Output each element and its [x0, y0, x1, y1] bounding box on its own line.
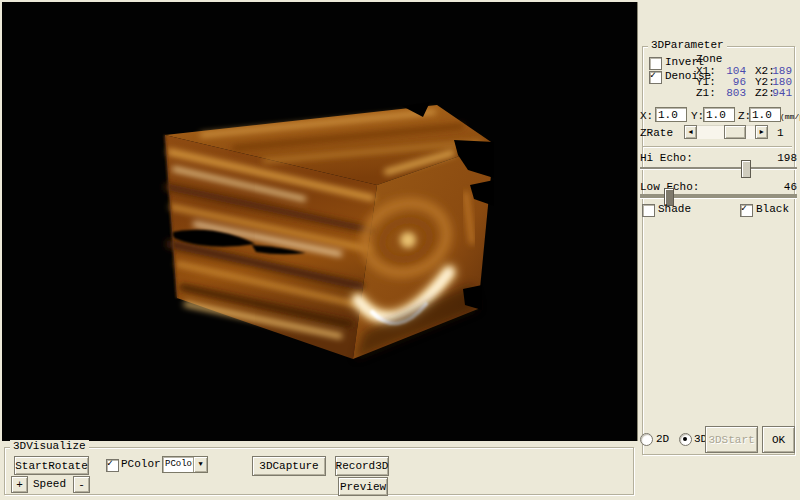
- app-window: 3DParameter Invert ✓ Denoise Zone X1: 10…: [0, 0, 800, 500]
- denoise-checkbox[interactable]: ✓: [649, 71, 662, 84]
- ok-button[interactable]: OK: [762, 426, 795, 453]
- zrate-scroll-left-icon[interactable]: ◄: [684, 125, 697, 139]
- zrate-label: ZRate: [640, 127, 673, 139]
- scale-z-input[interactable]: [749, 107, 781, 122]
- check-icon: ✓: [650, 70, 656, 81]
- parameter-separator: [643, 146, 792, 148]
- shade-checkbox[interactable]: [642, 204, 655, 217]
- zone-z1-label: Z1:: [696, 87, 716, 99]
- mode-2d-radio[interactable]: [640, 433, 653, 446]
- scale-unit-label: (mm/p): [780, 111, 800, 123]
- zone-z1-value: 803: [720, 87, 746, 99]
- zone-z2-value: 941: [768, 87, 792, 99]
- preview-button[interactable]: Preview: [338, 477, 388, 496]
- mode-3d-radio[interactable]: [679, 433, 692, 446]
- check-icon: ✓: [107, 458, 113, 469]
- visualize-groupbox-title: 3DVisualize: [10, 440, 89, 452]
- mode-2d-label: 2D: [656, 433, 669, 445]
- low-echo-value: 46: [760, 181, 797, 193]
- parameter-groupbox-title: 3DParameter: [648, 39, 727, 51]
- 3dstart-button[interactable]: 3DStart: [705, 426, 758, 453]
- zrate-scrollbar-thumb[interactable]: [724, 125, 746, 139]
- zrate-scrollbar[interactable]: ◄ ►: [684, 125, 768, 139]
- hi-echo-slider-track[interactable]: [640, 167, 797, 170]
- volume-render-image: [2, 2, 637, 441]
- hi-echo-value: 198: [760, 152, 797, 164]
- pcolor-dropdown[interactable]: PColor ▼: [162, 456, 208, 473]
- hi-echo-slider-thumb[interactable]: [741, 160, 751, 178]
- black-label: Black: [756, 203, 789, 215]
- invert-checkbox[interactable]: [649, 57, 662, 70]
- radio-dot: [683, 437, 687, 441]
- start-rotate-button[interactable]: StartRotate: [14, 456, 89, 475]
- scale-y-input[interactable]: [703, 107, 735, 122]
- zrate-scrollbar-track[interactable]: [697, 125, 755, 139]
- zrate-scroll-right-icon[interactable]: ►: [755, 125, 768, 139]
- zone-title: Zone: [696, 53, 722, 65]
- shade-label: Shade: [658, 203, 691, 215]
- hi-echo-label: Hi Echo:: [640, 152, 693, 164]
- speed-label: Speed: [33, 478, 66, 490]
- scale-x-input[interactable]: [655, 107, 687, 122]
- volume-render-canvas[interactable]: [2, 2, 638, 441]
- black-checkbox[interactable]: ✓: [740, 204, 753, 217]
- record3d-button[interactable]: Record3D: [335, 456, 389, 476]
- chevron-down-icon[interactable]: ▼: [193, 457, 207, 472]
- speed-plus-button[interactable]: +: [11, 476, 28, 493]
- 3dcapture-button[interactable]: 3DCapture: [252, 456, 326, 476]
- check-icon: ✓: [741, 203, 747, 214]
- zrate-value: 1: [777, 127, 784, 139]
- pcolor-dropdown-value: PColor: [163, 457, 193, 472]
- speed-minus-button[interactable]: -: [73, 476, 90, 493]
- scale-x-label: X:: [640, 110, 653, 122]
- pcolor-checkbox[interactable]: ✓: [106, 459, 119, 472]
- pcolor-checkbox-label: PColor: [121, 458, 161, 470]
